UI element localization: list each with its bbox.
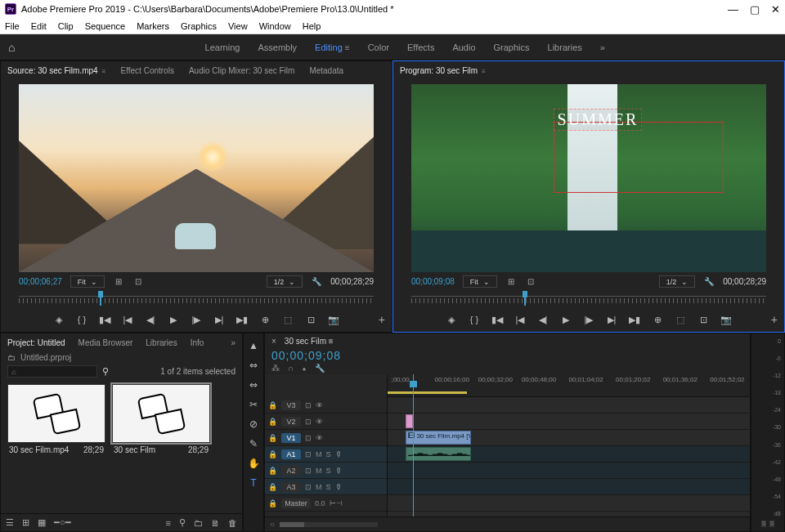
track-header-master[interactable]: 🔒Master0.0⊢⊣ (265, 495, 387, 512)
zoom-slider[interactable]: ━○━ (54, 517, 71, 528)
slip-tool-icon[interactable]: ⊘ (246, 417, 261, 431)
project-overflow-icon[interactable]: » (231, 338, 236, 347)
program-zoom-dropdown[interactable]: 1/2⌄ (659, 275, 696, 288)
menu-graphics[interactable]: Graphics (181, 21, 217, 31)
source-grid-icon[interactable]: ⊞ (113, 276, 124, 288)
p-export-frame-icon[interactable]: ⊡ (696, 312, 711, 327)
p-frame-back-icon[interactable]: ◀| (536, 312, 550, 327)
p-step-back-icon[interactable]: |◀ (513, 312, 527, 327)
workspace-graphics[interactable]: Graphics (494, 42, 530, 52)
program-fit-dropdown[interactable]: Fit⌄ (463, 275, 497, 288)
source-monitor[interactable] (19, 84, 374, 272)
workspace-editing[interactable]: Editing ≡ (315, 42, 350, 52)
play-icon[interactable]: ▶ (166, 312, 181, 327)
source-overlay-icon[interactable]: ⊡ (132, 276, 144, 288)
p-play-icon[interactable]: ▶ (558, 312, 573, 327)
track-a3[interactable] (388, 479, 750, 495)
tab-program[interactable]: Program: 30 sec Film ≡ (400, 66, 486, 75)
p-go-in-icon[interactable]: ▮◀ (490, 312, 505, 327)
pen-tool-icon[interactable]: ✎ (246, 436, 261, 451)
work-area[interactable] (388, 391, 467, 394)
source-fit-dropdown[interactable]: Fit⌄ (70, 275, 105, 288)
close-button[interactable]: ✕ (771, 3, 780, 16)
program-scrubber[interactable] (411, 289, 766, 309)
p-button-editor-icon[interactable]: + (771, 313, 778, 326)
link-icon[interactable]: ∩ (288, 364, 294, 373)
track-header-a2[interactable]: 🔒A2⊡MS🎙 (265, 463, 387, 479)
zoom-out-icon[interactable]: ○ (270, 520, 275, 529)
track-master[interactable] (388, 495, 750, 512)
title-text[interactable]: SUMMER (554, 109, 643, 131)
track-v2[interactable] (388, 414, 750, 430)
button-editor-icon[interactable]: + (379, 313, 385, 326)
solo-l[interactable]: S (760, 520, 767, 528)
program-timecode[interactable]: 00;00;09;08 (411, 277, 455, 286)
tab-media-browser[interactable]: Media Browser (78, 338, 133, 347)
minimize-button[interactable]: — (728, 3, 738, 16)
clip-video[interactable]: 🎞 30 sec Film.mp4 [V] (406, 431, 471, 445)
workspace-audio[interactable]: Audio (452, 42, 475, 52)
project-search-input[interactable] (7, 365, 97, 378)
source-zoom-dropdown[interactable]: 1/2⌄ (267, 275, 303, 288)
track-a2[interactable] (388, 463, 750, 479)
icon-view-icon[interactable]: ⊞ (22, 517, 29, 528)
list-view-icon[interactable]: ☰ (6, 517, 14, 528)
ripple-tool-icon[interactable]: ⇔ (246, 378, 261, 392)
maximize-button[interactable]: ▢ (750, 3, 760, 16)
track-select-tool-icon[interactable]: ⇔ (246, 358, 261, 373)
trash-icon[interactable]: 🗑 (228, 518, 237, 528)
bin-item[interactable]: 30 sec Film28;29 (112, 384, 210, 508)
p-lift-icon[interactable]: ⊕ (650, 312, 665, 327)
automate-icon[interactable]: ≡ (166, 518, 171, 528)
overwrite-icon[interactable]: ⬚ (280, 312, 295, 327)
p-camera-icon[interactable]: 📷 (719, 312, 733, 327)
hand-tool-icon[interactable]: ✋ (246, 456, 261, 471)
p-frame-fwd-icon[interactable]: |▶ (581, 312, 596, 327)
program-wrench-icon[interactable]: 🔧 (703, 276, 715, 288)
find-icon[interactable]: ⚲ (179, 517, 186, 528)
track-header-v1[interactable]: 🔒V1⊡👁 (265, 430, 387, 446)
marker-add-icon[interactable]: ⬥ (302, 364, 307, 373)
track-header-v3[interactable]: 🔒V3⊡👁 (265, 397, 387, 414)
workspace-effects[interactable]: Effects (407, 42, 434, 52)
tab-metadata[interactable]: Metadata (309, 66, 343, 75)
track-header-a1[interactable]: 🔒A1⊡MS🎙 (265, 446, 387, 463)
frame-fwd-icon[interactable]: |▶ (189, 312, 204, 327)
p-step-fwd-icon[interactable]: ▶| (604, 312, 619, 327)
settings-icon[interactable]: 🔧 (315, 364, 325, 373)
go-in-icon[interactable]: ▮◀ (97, 312, 112, 327)
program-grid-icon[interactable]: ⊞ (505, 276, 517, 288)
workspace-assembly[interactable]: Assembly (258, 42, 297, 52)
timeline-close-icon[interactable]: × (271, 337, 276, 346)
clip-graphic[interactable] (406, 414, 413, 428)
frame-back-icon[interactable]: ◀| (143, 312, 158, 327)
timeline-timecode[interactable]: 00;00;09;08 (265, 349, 750, 362)
new-bin-icon[interactable]: 🗀 (194, 518, 203, 528)
camera-icon[interactable]: 📷 (326, 312, 341, 327)
track-a1[interactable]: ▁▂▃▂▁▂▃▂▁▂▃▂▁ (388, 446, 750, 463)
menu-view[interactable]: View (228, 21, 248, 31)
type-tool-icon[interactable]: T (246, 476, 261, 490)
go-out-icon[interactable]: ▶▮ (235, 312, 249, 327)
menu-edit[interactable]: Edit (31, 21, 47, 31)
workspace-libraries[interactable]: Libraries (548, 42, 582, 52)
program-playhead[interactable] (521, 291, 529, 301)
timeline-ruler[interactable]: ;00;00 00;00;16;00 00;00;32;00 00;00;48;… (388, 374, 750, 397)
source-scrubber[interactable] (19, 289, 374, 309)
timeline-name[interactable]: 30 sec Film ≡ (285, 337, 334, 346)
menu-file[interactable]: File (5, 21, 20, 31)
home-icon[interactable]: ⌂ (8, 41, 15, 54)
track-v3[interactable] (388, 397, 750, 414)
bin-item[interactable]: 30 sec Film.mp428;29 (7, 384, 105, 508)
in-out-icon[interactable]: { } (74, 312, 89, 327)
timeline-zoom-slider[interactable] (280, 522, 378, 527)
export-frame-icon[interactable]: ⊡ (303, 312, 318, 327)
solo-r[interactable]: S (769, 520, 775, 528)
razor-tool-icon[interactable]: ✂ (246, 397, 261, 412)
clip-audio[interactable]: ▁▂▃▂▁▂▃▂▁▂▃▂▁ (406, 447, 471, 461)
p-marker-icon[interactable]: ◈ (444, 312, 459, 327)
filter-icon[interactable]: ⚲ (102, 366, 109, 377)
snap-icon[interactable]: ⁂ (271, 364, 280, 373)
program-monitor[interactable]: SUMMER (411, 84, 766, 272)
p-go-out-icon[interactable]: ▶▮ (627, 312, 642, 327)
